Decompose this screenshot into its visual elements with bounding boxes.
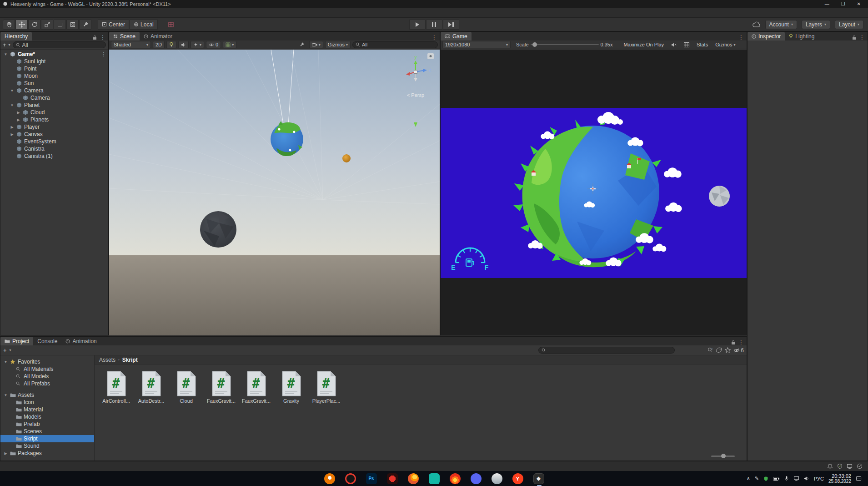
rect-tool-button[interactable] (54, 20, 66, 30)
asset-fauxgravit[interactable]: #FauxGravit... (207, 371, 236, 404)
taskbar-orange-browser-icon[interactable] (408, 473, 419, 484)
folder-models[interactable]: Models (0, 413, 94, 420)
packages-visibility-button[interactable]: 6 (733, 347, 744, 354)
taskbar-teal-app-icon[interactable] (429, 473, 440, 484)
vsync-grid-icon[interactable] (681, 41, 692, 48)
pivot-toggle-button[interactable]: Center (98, 20, 129, 30)
monitor-icon[interactable] (847, 464, 853, 469)
cloud-collab-icon[interactable] (753, 21, 761, 27)
grid-snapping-icon[interactable] (165, 20, 177, 30)
layout-dropdown[interactable]: Layout▾ (835, 20, 863, 29)
hierarchy-item-sunlight[interactable]: SunLight (0, 58, 108, 65)
search-by-type-button[interactable] (707, 347, 713, 353)
add-object-button[interactable]: + (3, 41, 6, 48)
game-tab[interactable]: Game (441, 32, 472, 40)
scene-viewport[interactable]: y z < Persp (109, 50, 440, 335)
taskbar-flame-app-icon[interactable] (450, 473, 461, 484)
hierarchy-item-game[interactable]: ▼Game*⋮ (0, 51, 108, 58)
game-viewport[interactable]: E F (441, 50, 747, 335)
shield-tray-icon[interactable] (763, 476, 768, 481)
scene-grid-dropdown[interactable]: ▾ (223, 41, 236, 48)
folder-scenes[interactable]: Scenes (0, 428, 94, 435)
hierarchy-item-moon[interactable]: Moon (0, 72, 108, 80)
taskbar-blender-icon[interactable] (324, 473, 335, 484)
kebab-menu-icon[interactable]: ⋮ (431, 34, 437, 40)
scene-tab[interactable]: Scene (109, 32, 140, 40)
expand-arrow-icon[interactable]: ▶ (16, 118, 21, 122)
folder-material[interactable]: Material (0, 406, 94, 413)
expand-arrow-icon[interactable]: ▼ (10, 89, 15, 93)
network-icon[interactable] (793, 476, 799, 481)
animator-tab[interactable]: Animator (140, 32, 176, 40)
scale-tool-button[interactable] (41, 20, 53, 30)
kebab-menu-icon[interactable]: ⋮ (101, 51, 106, 57)
scene-dark-sphere[interactable] (200, 211, 236, 248)
play-button[interactable] (409, 20, 426, 30)
project-zoom-slider[interactable] (711, 456, 735, 457)
lock-icon[interactable] (852, 35, 856, 40)
favorite-all-prefabs[interactable]: All Prefabs (0, 380, 94, 387)
create-asset-button[interactable]: + (3, 347, 7, 354)
taskbar-clock[interactable]: 20:33:02 25.08.2022 (828, 473, 851, 484)
scene-camera-dropdown[interactable]: ▾ (309, 41, 323, 48)
scene-lighting-toggle[interactable] (166, 41, 176, 48)
expand-arrow-icon[interactable]: ▶ (10, 125, 15, 129)
folder-skript[interactable]: Skript (0, 435, 94, 442)
taskbar-unity-icon[interactable]: ◆ (533, 473, 544, 484)
tray-chevron-icon[interactable]: ∧ (747, 476, 750, 481)
scene-gizmos-dropdown[interactable]: Gizmos▾ (325, 41, 351, 48)
game-gizmos-dropdown[interactable]: Gizmos▾ (712, 41, 738, 48)
save-search-button[interactable] (725, 347, 731, 353)
shield-icon[interactable] (837, 463, 843, 469)
folder-sound[interactable]: Sound (0, 442, 94, 450)
folder-icon[interactable]: Icon (0, 399, 94, 406)
animation-tab[interactable]: Animation (61, 337, 100, 345)
search-by-label-button[interactable] (716, 347, 722, 353)
minimize-button[interactable]: — (825, 1, 829, 6)
expand-arrow-icon[interactable]: ▶ (3, 451, 8, 456)
asset-cloud[interactable]: #Cloud (172, 371, 201, 404)
pause-button[interactable] (426, 20, 442, 30)
layers-dropdown[interactable]: Layers▾ (802, 20, 830, 29)
kebab-menu-icon[interactable]: ⋮ (738, 34, 744, 40)
rotate-tool-button[interactable] (28, 20, 40, 30)
volume-icon[interactable] (804, 476, 809, 481)
mute-audio-button[interactable] (668, 41, 679, 48)
perspective-label[interactable]: < Persp (407, 92, 424, 98)
taskbar-record-icon[interactable] (345, 473, 356, 484)
toggle-2d-button[interactable]: 2D (153, 41, 165, 48)
step-button[interactable] (443, 20, 459, 30)
hierarchy-item-player[interactable]: ▶Player (0, 123, 108, 131)
hierarchy-item-canistra[interactable]: Canistra (0, 145, 108, 152)
hierarchy-item-sun[interactable]: Sun (0, 80, 108, 87)
taskbar-steam-icon[interactable] (492, 473, 502, 484)
battery-icon[interactable] (773, 476, 780, 481)
scene-visibility-toggle[interactable]: 0 (206, 41, 221, 48)
space-toggle-button[interactable]: Local (130, 20, 158, 30)
hierarchy-item-canvas[interactable]: ▶Canvas (0, 131, 108, 138)
lock-icon[interactable] (731, 340, 735, 345)
project-search-field[interactable] (538, 347, 675, 354)
game-resolution-dropdown[interactable]: 1920x1080▾ (442, 41, 511, 48)
create-asset-dropdown-icon[interactable]: ▾ (10, 348, 11, 352)
kebab-menu-icon[interactable]: ⋮ (100, 34, 105, 40)
taskbar-discord-icon[interactable] (471, 473, 482, 484)
breadcrumb-current[interactable]: Skript (122, 357, 138, 363)
asset-autodestr[interactable]: #AutoDestr... (137, 371, 166, 404)
expand-arrow-icon[interactable]: ▶ (10, 132, 15, 137)
scene-orange-sphere[interactable] (342, 154, 351, 162)
hierarchy-item-camera[interactable]: Camera (0, 94, 108, 101)
hierarchy-tab[interactable]: Hierarchy (0, 32, 32, 40)
inspector-tab[interactable]: Inspector (748, 32, 785, 40)
game-scale-slider[interactable] (531, 44, 599, 45)
lighting-tab[interactable]: Lighting (785, 32, 818, 40)
shading-mode-dropdown[interactable]: Shaded▾ (111, 41, 151, 48)
stats-button[interactable]: Stats (694, 41, 711, 48)
hierarchy-item-camera[interactable]: ▼Camera (0, 87, 108, 94)
expand-arrow-icon[interactable]: ▼ (3, 393, 8, 397)
move-tool-button[interactable] (15, 20, 28, 30)
hierarchy-item-canistra-1[interactable]: Canistra (1) (0, 152, 108, 160)
folder-assets[interactable]: ▼Assets (0, 391, 94, 399)
kebab-menu-icon[interactable]: ⋮ (738, 339, 744, 345)
taskbar-yandex-browser-icon[interactable]: Y (512, 473, 523, 484)
